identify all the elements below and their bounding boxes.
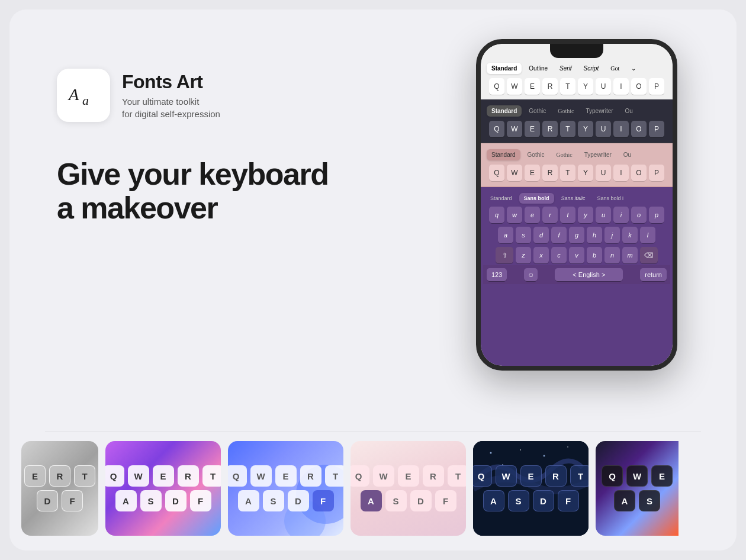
key-e-2[interactable]: E <box>525 121 540 137</box>
key-u-1[interactable]: U <box>596 78 611 95</box>
thumb-key-b-s: S <box>263 490 284 511</box>
key-y-4[interactable]: y <box>578 207 593 223</box>
key-u-2[interactable]: U <box>596 121 611 137</box>
key-shift-4[interactable]: ⇧ <box>496 247 513 263</box>
key-a-4[interactable]: a <box>498 227 513 243</box>
tab-sans-italic-4[interactable]: Sans italic <box>557 193 590 204</box>
key-123[interactable]: 123 <box>487 268 507 281</box>
key-m-4[interactable]: m <box>622 247 638 263</box>
key-w-3[interactable]: W <box>507 165 522 181</box>
tab-serif-1[interactable]: Serif <box>555 63 577 74</box>
key-s-4[interactable]: s <box>516 227 531 243</box>
tab-gothic-1[interactable]: Got <box>606 63 624 74</box>
key-p-1[interactable]: P <box>649 78 664 95</box>
key-b-4[interactable]: b <box>587 247 602 263</box>
tab-standard-2[interactable]: Standard <box>487 105 522 117</box>
thumb-key-g-w: W <box>128 465 149 487</box>
key-l-4[interactable]: l <box>640 227 655 243</box>
key-o-1[interactable]: O <box>631 78 647 95</box>
key-w-4[interactable]: w <box>507 207 522 223</box>
style-tabs-3: Standard Gothic Gothic Typewriter Ou <box>483 147 670 163</box>
key-p-2[interactable]: P <box>649 121 664 137</box>
key-r-1[interactable]: R <box>542 78 558 95</box>
tab-typewriter-3[interactable]: Typewriter <box>580 149 616 160</box>
thumb-key-s-q: Q <box>473 465 492 487</box>
thumb-key-t: T <box>74 465 95 487</box>
key-t-2[interactable]: T <box>560 121 575 137</box>
key-x-4[interactable]: x <box>533 247 549 263</box>
key-j-4[interactable]: j <box>604 227 620 243</box>
key-t-1[interactable]: T <box>560 78 575 95</box>
tab-gothic-3b[interactable]: Gothic <box>552 149 577 160</box>
key-c-4[interactable]: c <box>551 247 567 263</box>
thumb-pink[interactable]: Q W E R T A S D F <box>351 441 466 536</box>
key-i-3[interactable]: I <box>613 165 629 181</box>
app-subtitle: Your ultimate toolkit for digital self-e… <box>122 95 220 120</box>
key-p-4[interactable]: p <box>649 207 664 223</box>
key-z-4[interactable]: z <box>516 247 531 263</box>
key-i-4[interactable]: i <box>613 207 629 223</box>
key-r-2[interactable]: R <box>542 121 558 137</box>
key-return[interactable]: return <box>640 268 667 281</box>
tab-more-1[interactable]: ⌄ <box>626 63 641 74</box>
key-r-4[interactable]: r <box>542 207 558 223</box>
tab-standard-4[interactable]: Standard <box>485 193 517 204</box>
tab-standard-1[interactable]: Standard <box>487 63 522 74</box>
thumb-gray[interactable]: E R T D F <box>21 441 98 536</box>
key-u-3[interactable]: U <box>596 165 611 181</box>
tab-standard-3[interactable]: Standard <box>487 149 520 160</box>
thumb-gradient[interactable]: Q W E R T A S D F <box>105 441 221 536</box>
thumb-key-p-w: W <box>373 465 394 487</box>
tab-sans-bold-italic-4[interactable]: Sans bold i <box>593 193 629 204</box>
key-t-3[interactable]: T <box>560 165 575 181</box>
kb-thumbnails: E R T D F Q W E R <box>9 441 690 536</box>
key-v-4[interactable]: v <box>569 247 584 263</box>
tab-outline-1[interactable]: Outline <box>524 63 552 74</box>
key-d-4[interactable]: d <box>533 227 549 243</box>
tab-gothic-3a[interactable]: Gothic <box>523 149 549 160</box>
thumb-key-d: D <box>37 490 58 511</box>
key-f-4[interactable]: f <box>551 227 567 243</box>
key-y-3[interactable]: Y <box>578 165 593 181</box>
key-q-1[interactable]: Q <box>489 78 504 95</box>
key-t-4[interactable]: t <box>560 207 575 223</box>
key-k-4[interactable]: k <box>622 227 638 243</box>
key-space[interactable]: < English > <box>555 268 623 281</box>
key-g-4[interactable]: g <box>569 227 584 243</box>
key-p-3[interactable]: P <box>649 165 664 181</box>
tab-ou-2[interactable]: Ou <box>620 105 638 117</box>
key-e-1[interactable]: E <box>525 78 540 95</box>
tab-sans-bold-4[interactable]: Sans bold <box>519 193 554 204</box>
key-h-4[interactable]: h <box>587 227 602 243</box>
tab-gothic-2a[interactable]: Gothic <box>524 105 551 117</box>
thumb-starry[interactable]: Q W E R T A S D F <box>473 441 589 536</box>
thumb-neon[interactable]: Q W E A S <box>596 441 679 536</box>
key-o-2[interactable]: O <box>631 121 647 137</box>
key-y-2[interactable]: Y <box>578 121 593 137</box>
key-backspace-4[interactable]: ⌫ <box>640 247 658 263</box>
key-w-1[interactable]: W <box>507 78 522 95</box>
key-w-2[interactable]: W <box>507 121 522 137</box>
key-y-1[interactable]: Y <box>578 78 593 95</box>
tab-gothic-2b[interactable]: Gothic <box>553 105 578 117</box>
thumb-key-p-e: E <box>398 465 419 487</box>
key-e-3[interactable]: E <box>525 165 540 181</box>
key-n-4[interactable]: n <box>604 247 620 263</box>
thumb-blue[interactable]: Q W E R T A S D F <box>228 441 343 536</box>
key-i-1[interactable]: I <box>613 78 629 95</box>
key-e-4[interactable]: e <box>525 207 540 223</box>
key-q-4[interactable]: q <box>489 207 504 223</box>
key-i-2[interactable]: I <box>613 121 629 137</box>
tab-ou-3[interactable]: Ou <box>619 149 636 160</box>
key-r-3[interactable]: R <box>542 165 558 181</box>
key-o-4[interactable]: o <box>631 207 647 223</box>
app-info: A a Fonts Art Your ultimate toolkit for … <box>57 69 452 122</box>
key-u-4[interactable]: u <box>596 207 611 223</box>
tab-typewriter-2[interactable]: Typewriter <box>581 105 618 117</box>
tab-script-1[interactable]: Script <box>579 63 604 74</box>
key-emoji[interactable]: ☺ <box>524 268 538 281</box>
keys-row-1: Q W E R T Y U I O P <box>483 76 670 96</box>
key-q-2[interactable]: Q <box>489 121 504 137</box>
key-o-3[interactable]: O <box>631 165 647 181</box>
key-q-3[interactable]: Q <box>489 165 504 181</box>
